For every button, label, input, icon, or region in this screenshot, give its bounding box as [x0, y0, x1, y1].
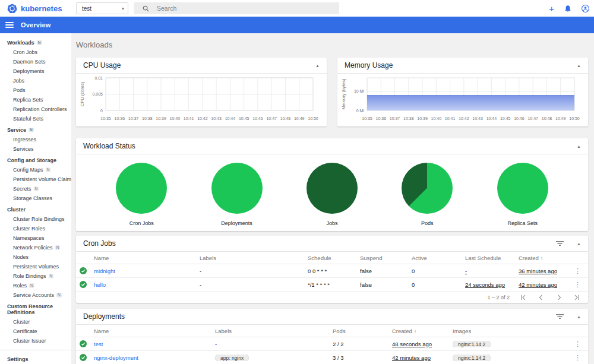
sidebar-item-persistent-volume-claims[interactable]: Persistent Volume ClaimsN — [0, 175, 71, 184]
sidebar-item-cluster-issuer[interactable]: Cluster Issuer — [0, 336, 71, 346]
column-header-name[interactable]: Name — [94, 255, 200, 261]
namespaced-badge: N — [46, 167, 51, 173]
sidebar-item-cluster[interactable]: Cluster — [0, 317, 71, 327]
previous-page-icon[interactable] — [538, 295, 544, 300]
sidebar-item-cron-jobs[interactable]: Cron Jobs — [0, 48, 71, 57]
sidebar-item-services[interactable]: Services — [0, 144, 71, 154]
search-input[interactable] — [157, 5, 311, 12]
sidebar-item-pods[interactable]: Pods — [0, 86, 71, 95]
first-page-icon[interactable] — [520, 295, 526, 300]
deployment-name-link[interactable]: nginx-deployment — [94, 354, 215, 361]
collapse-caret-icon[interactable]: ▲ — [577, 315, 581, 319]
sidebar-item-secrets[interactable]: SecretsN — [0, 184, 71, 194]
collapse-caret-icon[interactable]: ▲ — [315, 64, 320, 68]
column-header-name[interactable]: Name — [94, 328, 215, 334]
created-value[interactable]: 42 minutes ago — [519, 281, 557, 288]
filter-icon[interactable] — [556, 314, 564, 319]
sidebar-item-replication-controllers[interactable]: Replication Controllers — [0, 105, 71, 114]
column-header-suspend[interactable]: Suspend — [360, 255, 412, 261]
menu-hamburger-icon[interactable] — [5, 22, 14, 28]
sidebar-item-persistent-volumes[interactable]: Persistent Volumes — [0, 262, 71, 271]
cron-job-created[interactable]: 42 minutes ago — [519, 281, 570, 288]
table-header-row: NameLabelsScheduleSuspendActiveLast Sche… — [76, 252, 588, 264]
main-content: Workloads CPU Usage ▲ 10:3510:3610:3710:… — [71, 33, 594, 364]
column-header-created[interactable]: Created↑ — [519, 255, 570, 261]
sidebar-item-network-policies[interactable]: Network PoliciesN — [0, 243, 71, 252]
sidebar-item-roles[interactable]: RolesN — [0, 281, 71, 290]
sidebar-item-config-maps[interactable]: Config MapsN — [0, 165, 71, 175]
deployment-created[interactable]: 48 seconds ago — [392, 341, 453, 347]
sidebar-section-config-and-storage[interactable]: Config and Storage — [0, 154, 71, 165]
created-value[interactable]: 42 minutes ago — [392, 354, 431, 361]
search-bar[interactable] — [134, 2, 339, 14]
svg-text:10:38: 10:38 — [142, 116, 153, 121]
cron-job-schedule: */1 * * * * — [308, 281, 360, 288]
kebab-menu-icon[interactable]: ⋮ — [574, 281, 581, 288]
pie-chart-cron-jobs[interactable] — [116, 163, 167, 214]
sidebar-item-service-accounts[interactable]: Service AccountsN — [0, 290, 71, 300]
kebab-menu-icon[interactable]: ⋮ — [574, 268, 581, 274]
kebab-menu-icon[interactable]: ⋮ — [574, 354, 581, 361]
sidebar-item-daemon-sets[interactable]: Daemon Sets — [0, 57, 71, 67]
deployment-created[interactable]: 42 minutes ago — [392, 354, 453, 361]
image-chip: nginx:1.14.2 — [453, 354, 491, 361]
sidebar-item-storage-classes[interactable]: Storage Classes — [0, 194, 71, 203]
sidebar-item-namespaces[interactable]: Namespaces — [0, 233, 71, 243]
pie-deployments: Deployments — [201, 163, 273, 226]
sidebar-item-ingresses[interactable]: Ingresses — [0, 135, 71, 144]
filter-icon[interactable] — [556, 240, 564, 246]
sidebar-item-jobs[interactable]: Jobs — [0, 76, 71, 86]
sidebar-item-settings[interactable]: Settings — [0, 353, 71, 364]
sidebar-item-cluster-roles[interactable]: Cluster Roles — [0, 224, 71, 233]
kubernetes-logo[interactable]: kubernetes — [0, 4, 71, 14]
svg-text:CPU (cores): CPU (cores) — [80, 81, 85, 106]
column-header-created[interactable]: Created↑ — [392, 328, 453, 334]
collapse-caret-icon[interactable]: ▲ — [577, 64, 581, 68]
sidebar-section-cluster[interactable]: Cluster — [0, 203, 71, 214]
namespace-selector[interactable]: test ▾ — [76, 2, 128, 14]
sidebar-item-role-bindings[interactable]: Role BindingsN — [0, 271, 71, 281]
pie-chart-jobs[interactable] — [307, 163, 358, 214]
collapse-caret-icon[interactable]: ▲ — [577, 144, 581, 148]
sidebar-item-deployments[interactable]: Deployments — [0, 67, 71, 76]
sidebar-item-certificate[interactable]: Certificate — [0, 327, 71, 336]
sidebar-item-stateful-sets[interactable]: Stateful Sets — [0, 114, 71, 124]
column-header-last-schedule[interactable]: Last Schedule — [465, 255, 519, 261]
created-value[interactable]: 36 minutes ago — [519, 268, 557, 274]
sidebar-section-custom-resource-definitions[interactable]: Custom Resource Definitions — [0, 300, 71, 317]
column-header-labels[interactable]: Labels — [200, 255, 308, 261]
sidebar-item-label: Nodes — [13, 254, 29, 260]
sidebar-item-cluster-role-bindings[interactable]: Cluster Role Bindings — [0, 214, 71, 224]
last-schedule-value[interactable]: - — [465, 268, 467, 274]
cron-job-created[interactable]: 36 minutes ago — [519, 268, 570, 274]
pie-chart-pods[interactable] — [402, 163, 453, 214]
cron-job-name-link[interactable]: hello — [94, 281, 200, 288]
column-header-pods[interactable]: Pods — [333, 328, 392, 334]
column-header-images[interactable]: Images — [453, 328, 560, 334]
sidebar-item-nodes[interactable]: Nodes — [0, 252, 71, 262]
created-value[interactable]: 48 seconds ago — [392, 341, 432, 347]
create-resource-icon[interactable]: + — [549, 4, 554, 13]
deployment-name-link[interactable]: test — [94, 341, 215, 347]
sidebar-section-service[interactable]: ServiceN — [0, 124, 71, 135]
sidebar-item-replica-sets[interactable]: Replica Sets — [0, 95, 71, 105]
svg-text:10:41: 10:41 — [445, 116, 456, 121]
workload-status-card: Workload Status ▲ Cron JobsDeploymentsJo… — [76, 138, 588, 231]
pie-chart-replica-sets[interactable] — [497, 163, 548, 214]
cron-job-name-link[interactable]: midnight — [94, 268, 200, 274]
column-header-labels[interactable]: Labels — [215, 328, 333, 334]
pie-chart-deployments[interactable] — [211, 163, 263, 214]
collapse-caret-icon[interactable]: ▲ — [577, 242, 581, 246]
notifications-bell-icon[interactable] — [564, 5, 571, 12]
last-page-icon[interactable] — [574, 295, 580, 300]
kebab-menu-icon[interactable]: ⋮ — [574, 341, 581, 347]
column-header-schedule[interactable]: Schedule — [308, 255, 360, 261]
last-schedule-value[interactable]: 24 seconds ago — [465, 281, 505, 288]
column-header-active[interactable]: Active — [412, 255, 465, 261]
user-account-icon[interactable] — [582, 5, 589, 12]
workload-status-card-header: Workload Status ▲ — [76, 138, 588, 154]
cron-job-last-schedule[interactable]: - — [465, 268, 519, 274]
sidebar-section-workloads[interactable]: WorkloadsN — [0, 36, 71, 48]
next-page-icon[interactable] — [556, 295, 562, 300]
cron-job-last-schedule[interactable]: 24 seconds ago — [465, 281, 519, 288]
